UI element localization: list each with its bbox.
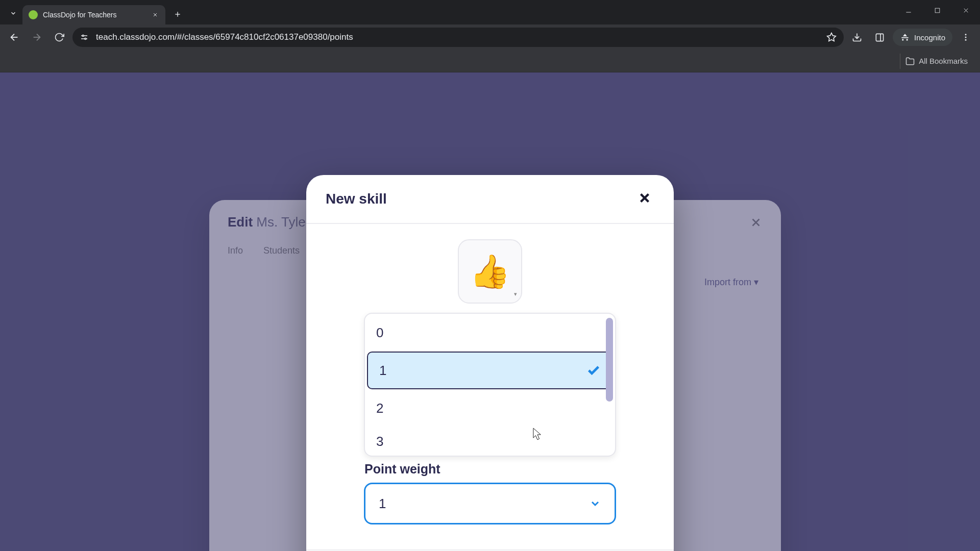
back-button[interactable] bbox=[5, 28, 23, 46]
downloads-button[interactable] bbox=[848, 28, 866, 46]
sidepanel-button[interactable] bbox=[870, 28, 889, 46]
close-window-button[interactable] bbox=[951, 0, 980, 20]
check-icon bbox=[586, 363, 601, 378]
thumbs-up-icon: 👍 bbox=[470, 253, 510, 291]
edit-title-prefix: Edit bbox=[228, 214, 253, 230]
dropdown-option-0[interactable]: 0 bbox=[365, 314, 615, 352]
modal-title: New skill bbox=[326, 191, 387, 207]
maximize-icon bbox=[934, 7, 941, 14]
plus-icon bbox=[174, 10, 182, 18]
modal-body: 👍 ▾ 0 1 2 3 bbox=[306, 224, 674, 549]
modal-header: New skill bbox=[306, 175, 674, 224]
folder-icon bbox=[905, 57, 915, 66]
dropdown-option-3[interactable]: 3 bbox=[365, 427, 615, 456]
svg-point-18 bbox=[965, 34, 967, 35]
dropdown-option-1[interactable]: 1 bbox=[367, 352, 613, 389]
chevron-down-icon bbox=[10, 10, 17, 17]
svg-point-20 bbox=[965, 39, 967, 41]
dots-icon bbox=[961, 33, 970, 42]
tab-close-button[interactable] bbox=[151, 11, 159, 19]
incognito-label: Incognito bbox=[914, 33, 945, 42]
panel-icon bbox=[875, 33, 885, 42]
close-icon[interactable] bbox=[749, 216, 763, 229]
svg-rect-5 bbox=[935, 8, 940, 13]
skill-icon-picker[interactable]: 👍 ▾ bbox=[458, 239, 522, 304]
close-icon bbox=[637, 190, 652, 206]
point-weight-value: 1 bbox=[379, 496, 386, 512]
download-icon bbox=[852, 32, 862, 42]
point-weight-dropdown-list: 0 1 2 3 bbox=[364, 313, 616, 457]
incognito-badge[interactable]: Incognito bbox=[893, 29, 952, 46]
browser-toolbar: teach.classdojo.com/#/classes/65974c810c… bbox=[0, 24, 980, 50]
minimize-button[interactable] bbox=[894, 0, 923, 20]
svg-point-19 bbox=[965, 37, 967, 38]
svg-marker-14 bbox=[827, 33, 836, 41]
tab-info[interactable]: Info bbox=[228, 245, 243, 256]
chevron-down-icon: ▾ bbox=[514, 291, 517, 297]
import-from-button[interactable]: Import from ▾ bbox=[704, 277, 758, 288]
chevron-down-icon bbox=[589, 497, 601, 510]
new-skill-modal: New skill 👍 ▾ 0 1 bbox=[306, 175, 674, 551]
page-content: Edit Ms. Tyler's Info Students Import fr… bbox=[0, 72, 980, 551]
svg-rect-16 bbox=[876, 34, 883, 41]
dropdown-scrollbar[interactable] bbox=[606, 318, 613, 402]
address-bar[interactable]: teach.classdojo.com/#/classes/65974c810c… bbox=[72, 28, 844, 47]
close-icon bbox=[962, 7, 970, 14]
point-weight-label: Point weight bbox=[364, 462, 440, 477]
incognito-icon bbox=[900, 32, 910, 42]
star-icon[interactable] bbox=[826, 32, 837, 42]
forward-button[interactable] bbox=[28, 28, 46, 46]
tabs-dropdown-button[interactable] bbox=[4, 4, 22, 22]
close-icon bbox=[152, 12, 158, 18]
all-bookmarks-button[interactable]: All Bookmarks bbox=[900, 54, 973, 69]
tab-students[interactable]: Students bbox=[263, 245, 300, 256]
arrow-left-icon bbox=[9, 32, 20, 43]
point-weight-select[interactable]: 1 bbox=[364, 483, 616, 524]
tab-favicon bbox=[29, 10, 38, 19]
arrow-right-icon bbox=[31, 32, 42, 43]
browser-tab[interactable]: ClassDojo for Teachers bbox=[22, 5, 165, 24]
menu-button[interactable] bbox=[957, 28, 975, 46]
new-tab-button[interactable] bbox=[168, 5, 187, 23]
svg-point-12 bbox=[82, 35, 84, 37]
svg-point-13 bbox=[85, 38, 86, 40]
all-bookmarks-label: All Bookmarks bbox=[919, 57, 968, 65]
site-settings-icon[interactable] bbox=[80, 33, 89, 42]
tab-title: ClassDojo for Teachers bbox=[43, 11, 146, 19]
bookmarks-bar: All Bookmarks bbox=[0, 50, 980, 72]
reload-button[interactable] bbox=[50, 28, 68, 46]
dropdown-option-2[interactable]: 2 bbox=[365, 389, 615, 427]
window-controls bbox=[894, 0, 980, 20]
reload-icon bbox=[54, 32, 64, 42]
browser-titlebar: ClassDojo for Teachers bbox=[0, 0, 980, 24]
url-text: teach.classdojo.com/#/classes/65974c810c… bbox=[96, 32, 819, 42]
modal-close-button[interactable] bbox=[637, 190, 654, 208]
minimize-icon bbox=[905, 7, 912, 14]
maximize-button[interactable] bbox=[923, 0, 951, 20]
